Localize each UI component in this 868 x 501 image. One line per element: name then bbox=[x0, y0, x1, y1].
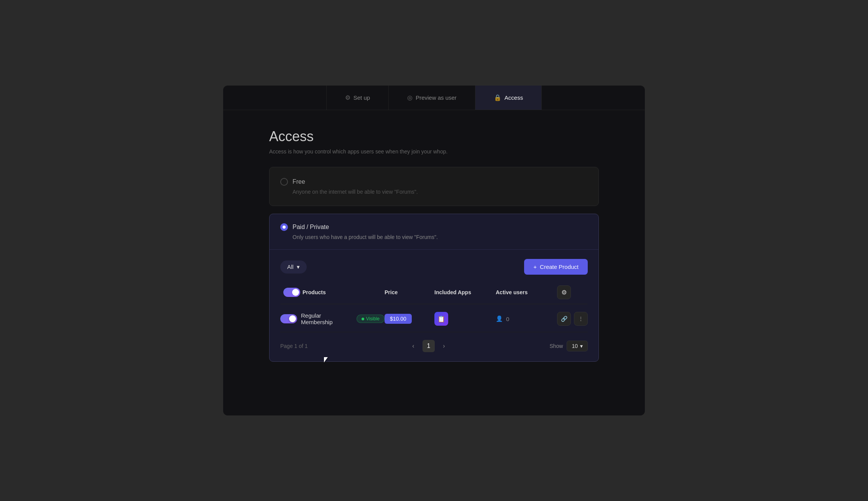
paid-description: Only users who have a product will be ab… bbox=[280, 234, 588, 240]
all-filter-button[interactable]: All ▾ bbox=[280, 260, 307, 274]
row-actions: 🔗 ⋮ bbox=[557, 312, 588, 326]
user-icon: 👤 bbox=[496, 315, 503, 322]
free-option-card[interactable]: Free Anyone on the internet will be able… bbox=[269, 167, 599, 206]
create-product-button[interactable]: + Create Product bbox=[524, 259, 588, 275]
active-users-col-header: Active users bbox=[496, 285, 557, 299]
product-name: Regular Membership bbox=[301, 312, 353, 325]
free-label: Free bbox=[293, 178, 305, 185]
filter-row: All ▾ + Create Product bbox=[280, 259, 588, 275]
paid-private-card: Paid / Private Only users who have a pro… bbox=[269, 214, 599, 362]
prev-page-button[interactable]: ‹ bbox=[407, 340, 419, 352]
visible-label: Visible bbox=[366, 316, 380, 321]
included-apps-cell: 📋 bbox=[434, 312, 496, 326]
paid-body: All ▾ + Create Product Products P bbox=[270, 250, 598, 361]
paid-radio[interactable] bbox=[280, 223, 288, 231]
page-info: Page 1 of 1 bbox=[280, 343, 308, 349]
app-icon: 📋 bbox=[434, 312, 448, 326]
table-row: Regular Membership Visible $10.00 📋 bbox=[280, 306, 588, 332]
active-users-cell: 👤 0 bbox=[496, 315, 557, 322]
main-content: Access Access is how you control which a… bbox=[223, 110, 645, 380]
show-label: Show bbox=[549, 343, 563, 349]
chevron-down-icon: ▾ bbox=[297, 264, 300, 270]
preview-icon: ◎ bbox=[407, 94, 413, 101]
visible-badge: Visible bbox=[357, 315, 385, 323]
paid-header[interactable]: Paid / Private Only users who have a pro… bbox=[270, 214, 598, 250]
free-description: Anyone on the internet will be able to v… bbox=[280, 189, 588, 195]
paid-label: Paid / Private bbox=[293, 224, 329, 231]
more-options-button[interactable]: ⋮ bbox=[574, 312, 588, 326]
user-count-value: 0 bbox=[506, 316, 509, 322]
lock-icon: 🔒 bbox=[494, 94, 501, 101]
create-product-label: Create Product bbox=[540, 264, 579, 270]
products-col-header: Products bbox=[280, 285, 385, 299]
price-cell: $10.00 bbox=[385, 314, 434, 324]
tab-setup-label: Set up bbox=[353, 94, 370, 101]
next-page-button[interactable]: › bbox=[438, 340, 450, 352]
table-settings-button[interactable]: ⚙ bbox=[557, 285, 571, 299]
tab-access[interactable]: 🔒 Access bbox=[475, 86, 542, 110]
pagination: Page 1 of 1 ‹ 1 › Show 10 ▾ bbox=[280, 340, 588, 352]
products-toggle[interactable] bbox=[283, 288, 300, 297]
row-toggle[interactable] bbox=[280, 314, 297, 323]
page-controls: ‹ 1 › bbox=[407, 340, 450, 352]
top-nav: ⚙ Set up ◎ Preview as user 🔒 Access bbox=[223, 86, 645, 110]
chevron-down-icon: ▾ bbox=[580, 343, 583, 349]
price-badge: $10.00 bbox=[385, 314, 412, 324]
free-radio[interactable] bbox=[280, 178, 288, 186]
included-apps-col-header: Included Apps bbox=[434, 285, 496, 299]
plus-icon: + bbox=[533, 264, 537, 270]
user-count: 👤 0 bbox=[496, 315, 509, 322]
link-button[interactable]: 🔗 bbox=[557, 312, 571, 326]
page-subtitle: Access is how you control which apps use… bbox=[269, 148, 599, 155]
filter-label: All bbox=[287, 264, 294, 270]
product-name-cell: Regular Membership Visible bbox=[280, 312, 385, 325]
tab-preview-label: Preview as user bbox=[416, 94, 457, 101]
price-col-header: Price bbox=[385, 285, 434, 299]
tab-access-label: Access bbox=[505, 94, 523, 101]
setup-icon: ⚙ bbox=[345, 94, 350, 101]
page-title: Access bbox=[269, 129, 599, 145]
per-page-value: 10 bbox=[572, 343, 578, 349]
table-header: Products Price Included Apps Active user… bbox=[280, 285, 588, 304]
visible-dot bbox=[362, 318, 364, 320]
settings-col-header: ⚙ bbox=[557, 285, 588, 299]
show-control: Show 10 ▾ bbox=[549, 341, 588, 351]
per-page-select[interactable]: 10 ▾ bbox=[567, 341, 588, 351]
current-page-button[interactable]: 1 bbox=[422, 340, 435, 352]
tab-preview[interactable]: ◎ Preview as user bbox=[389, 86, 475, 110]
tab-setup[interactable]: ⚙ Set up bbox=[326, 86, 389, 110]
main-window: ⚙ Set up ◎ Preview as user 🔒 Access Acce… bbox=[223, 86, 645, 415]
